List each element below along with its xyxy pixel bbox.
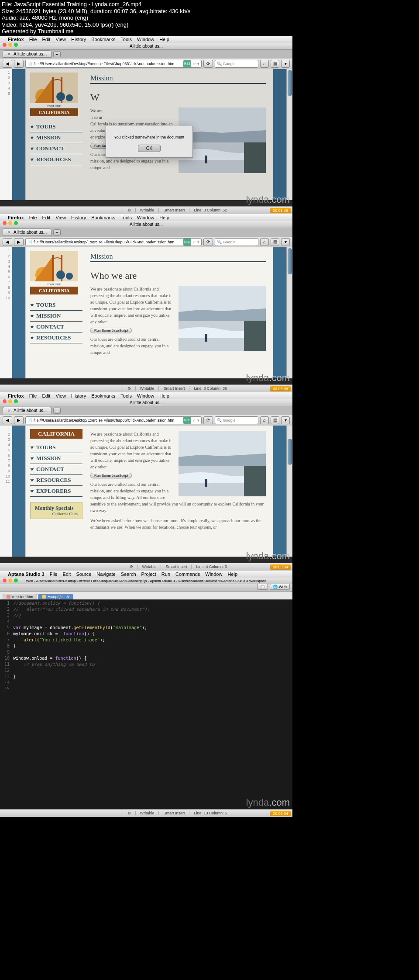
traffic-lights[interactable]: [3, 43, 18, 47]
ok-button[interactable]: OK: [138, 145, 161, 152]
svg-rect-12: [244, 142, 266, 173]
lynda-watermark: lynda.com: [246, 194, 290, 205]
svg-point-18: [56, 270, 65, 279]
svg-point-5: [66, 94, 73, 101]
nav-mission[interactable]: ★MISSION: [30, 453, 82, 464]
page-icon: 📄: [27, 60, 32, 67]
editor-tabs: mission.htm *script.js✕: [0, 592, 292, 599]
logo-partial: CALIFORNIA: [30, 429, 82, 439]
search-box[interactable]: 🔍 Google: [215, 238, 258, 246]
run-javascript-button[interactable]: Run Some JavaScript: [90, 473, 132, 478]
scrollbar[interactable]: [286, 69, 292, 200]
timecode: 00:01:49: [270, 208, 291, 213]
home-button[interactable]: ⌂: [260, 60, 269, 68]
nav-mission[interactable]: ★MISSION: [30, 311, 82, 322]
nav-contact[interactable]: ★CONTACT: [30, 322, 82, 332]
page-viewport[interactable]: EXPLORECALIFORNIA ★TOURS ★MISSION ★CONTA…: [12, 247, 286, 378]
search-box[interactable]: 🔍 Google: [215, 60, 258, 68]
svg-text:EXPLORE: EXPLORE: [47, 104, 61, 108]
scrollbar[interactable]: [286, 247, 292, 378]
explore-california-logo: EXPLORECALIFORNIA: [30, 73, 78, 116]
nav-tours[interactable]: ★TOURS: [30, 300, 82, 311]
page-title: Mission: [90, 74, 266, 84]
mac-menubar[interactable]: Firefox FileEditViewHistoryBookmarksTool…: [0, 214, 292, 221]
line-gutter: 12345678910: [0, 247, 12, 378]
page-title: Mission: [90, 253, 266, 262]
beach-image: [179, 286, 266, 351]
mac-menubar[interactable]: Firefox File Edit View History Bookmarks…: [0, 36, 292, 43]
beach-image: [179, 431, 266, 496]
nav-resources[interactable]: ★RESOURCES: [30, 475, 82, 486]
page-viewport[interactable]: CALIFORNIA ★TOURS ★MISSION ★CONTACT ★RES…: [12, 426, 286, 557]
svg-point-19: [66, 273, 73, 280]
dialog-message: You clicked somewhere in the document: [111, 135, 187, 139]
explore-california-logo: EXPLORECALIFORNIA: [30, 251, 78, 294]
file-info-header: File: JavaScript Essential Training - Ly…: [0, 0, 419, 36]
new-tab-button[interactable]: +: [53, 229, 60, 235]
browser-tab[interactable]: ✕A little about us...: [3, 50, 52, 58]
nav-contact[interactable]: ★CONTACT: [30, 143, 82, 154]
svg-rect-31: [205, 479, 207, 487]
forward-button[interactable]: ▶: [14, 60, 24, 68]
page-viewport[interactable]: EXPLORECALIFORNIA ★TOURS ★MISSION ★CONTA…: [12, 69, 286, 200]
close-icon[interactable]: ✕: [7, 52, 11, 56]
browser-toolbar: ◀ ▶ 📄 file:///Users/sallardice/Desktop/E…: [0, 59, 292, 69]
nav-explorers[interactable]: ★EXPLORERS: [30, 486, 82, 497]
url-bar[interactable]: 📄file:///Users/sallardice/Desktop/Exerci…: [25, 238, 202, 246]
browser-tabbar: ✕A little about us... +: [0, 50, 292, 59]
new-tab-button[interactable]: +: [53, 51, 60, 57]
svg-rect-26: [244, 321, 266, 351]
window-titlebar: A little about us...: [0, 43, 292, 50]
perspective-web[interactable]: 🌐 Web: [270, 584, 290, 590]
nav-tours[interactable]: ★TOURS: [30, 121, 82, 132]
svg-point-4: [56, 92, 65, 101]
bookmarks-button[interactable]: ▤: [271, 60, 279, 68]
monthly-specials-box: Monthly Specials California Calm: [30, 502, 82, 519]
status-bar: ⚙ Writable Smart Insert Line: 3 Column: …: [0, 206, 292, 214]
nav-resources[interactable]: ★RESOURCES: [30, 154, 82, 165]
nav-resources[interactable]: ★RESOURCES: [30, 332, 82, 343]
perspective-button[interactable]: 📋: [257, 584, 268, 590]
code-gutter: 123456789101112131415: [0, 599, 11, 809]
section-heading: W: [90, 92, 266, 103]
svg-rect-13: [205, 156, 207, 163]
svg-rect-30: [244, 466, 266, 496]
nav-mission[interactable]: ★MISSION: [30, 132, 82, 143]
mac-menubar[interactable]: Aptana Studio 3 FileEditSourceNavigateSe…: [0, 571, 292, 578]
back-button[interactable]: ◀: [3, 60, 12, 68]
url-bar[interactable]: 📄 file:///Users/sallardice/Desktop/Exerc…: [25, 60, 202, 68]
browser-tab[interactable]: ✕A little about us...: [3, 229, 52, 236]
svg-text:CALIFORNIA: CALIFORNIA: [39, 110, 70, 115]
svg-rect-27: [205, 334, 207, 342]
aptana-toolbar[interactable]: 📋 🌐 Web: [0, 584, 292, 592]
nav-tours[interactable]: ★TOURS: [30, 442, 82, 453]
alert-dialog: You clicked somewhere in the document OK: [106, 126, 193, 158]
app-name[interactable]: Firefox: [8, 37, 24, 42]
aptana-titlebar: Web - /Users/sallardice/Desktop/Exercise…: [0, 578, 292, 584]
svg-text:EXPLORE: EXPLORE: [47, 283, 61, 286]
tab-script[interactable]: *script.js✕: [38, 594, 73, 599]
reload-button[interactable]: ⟳: [203, 238, 213, 246]
back-button[interactable]: ◀: [3, 238, 12, 246]
nav-contact[interactable]: ★CONTACT: [30, 464, 82, 475]
run-javascript-button[interactable]: Run Some JavaScript: [90, 328, 132, 333]
rss-badge[interactable]: RSS: [183, 60, 191, 67]
svg-text:CALIFORNIA: CALIFORNIA: [39, 288, 70, 293]
menu-button[interactable]: ▾: [281, 60, 290, 68]
section-heading: Who we are: [90, 270, 266, 281]
forward-button[interactable]: ▶: [14, 238, 24, 246]
tab-mission[interactable]: mission.htm: [3, 594, 37, 599]
code-body[interactable]: //document.onclick = function() { // ale…: [11, 599, 292, 809]
line-gutter: 12345: [0, 69, 12, 200]
reload-button[interactable]: ⟳: [203, 60, 213, 68]
code-editor[interactable]: 123456789101112131415 //document.onclick…: [0, 599, 292, 809]
